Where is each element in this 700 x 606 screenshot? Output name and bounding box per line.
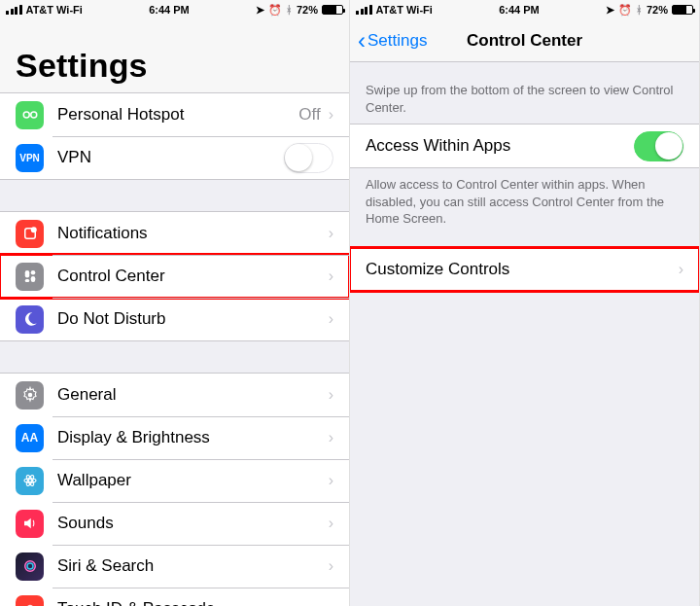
svg-rect-7 [30,276,35,282]
section-footer-text: Allow access to Control Center within ap… [350,168,699,235]
battery-icon [672,5,693,15]
access-within-apps-toggle[interactable] [634,131,683,161]
back-button[interactable]: ‹ Settings [358,27,427,54]
row-sounds[interactable]: Sounds › [0,502,349,545]
svg-point-14 [27,563,33,569]
status-right: ➤ ⏰ ᚼ 72% [256,4,343,17]
chevron-right-icon: › [329,472,333,489]
signal-strength-icon [6,5,22,15]
general-icon [16,381,44,410]
row-label: Notifications [57,224,329,243]
status-bar: AT&T Wi-Fi 6:44 PM ➤ ⏰ ᚼ 72% [0,0,349,19]
row-wallpaper[interactable]: Wallpaper › [0,459,349,502]
chevron-right-icon: › [329,310,333,328]
svg-point-3 [31,228,36,232]
group-customize: Customize Controls › [350,247,699,292]
svg-rect-5 [30,270,35,275]
page-title: Settings [16,47,333,85]
row-customize-controls[interactable]: Customize Controls › [350,248,699,291]
chevron-right-icon: › [329,386,333,404]
row-label: Do Not Disturb [57,309,329,329]
status-left: AT&T Wi-Fi [6,4,83,16]
alarm-icon: ⏰ [268,4,282,17]
row-label: Wallpaper [57,471,329,490]
row-label: Sounds [57,514,329,533]
svg-point-8 [27,393,32,398]
status-bar: AT&T Wi-Fi 6:44 PM ➤ ⏰ ᚼ 72% [350,0,699,19]
row-label: General [57,385,329,405]
clock-label: 6:44 PM [149,4,190,16]
group-access: Access Within Apps [350,124,699,168]
row-siri-search[interactable]: Siri & Search › [0,545,349,588]
settings-group-alerts: Notifications › Control Center › Do Not … [0,211,349,341]
carrier-label: AT&T Wi-Fi [376,4,433,16]
row-do-not-disturb[interactable]: Do Not Disturb › [0,298,349,340]
row-general[interactable]: General › [0,374,349,416]
bluetooth-icon: ᚼ [286,4,293,16]
status-left: AT&T Wi-Fi [356,4,433,16]
alarm-icon: ⏰ [618,4,632,17]
chevron-right-icon: › [329,225,333,242]
chevron-right-icon: › [329,557,333,575]
row-label: Siri & Search [57,556,329,576]
chevron-right-icon: › [329,267,333,285]
chevron-right-icon: › [329,429,333,446]
battery-pct-label: 72% [297,4,318,16]
row-access-within-apps[interactable]: Access Within Apps [350,125,699,167]
signal-strength-icon [356,5,372,15]
battery-pct-label: 72% [647,4,668,16]
display-icon: AA [16,424,44,452]
row-label: Display & Brightness [57,428,329,447]
bluetooth-icon: ᚼ [636,4,643,16]
vpn-icon: VPN [16,144,44,172]
chevron-right-icon: › [679,261,683,278]
row-label: Access Within Apps [366,136,634,156]
row-label: Customize Controls [366,260,679,279]
svg-rect-4 [24,270,29,278]
row-label: Touch ID & Passcode [57,599,329,606]
control-center-icon [16,263,44,291]
siri-icon [16,553,44,581]
dnd-icon [16,305,44,334]
svg-point-1 [30,112,36,118]
large-title-area: Settings [0,19,349,92]
nav-bar: ‹ Settings Control Center [350,19,699,62]
row-touch-id[interactable]: Touch ID & Passcode › [0,588,349,606]
row-vpn[interactable]: VPN VPN [0,136,349,179]
section-header-text: Swipe up from the bottom of the screen t… [350,62,699,124]
svg-point-9 [28,480,31,482]
settings-group-connectivity: Personal Hotspot Off › VPN VPN [0,92,349,180]
touchid-icon [16,595,44,607]
battery-icon [322,5,343,15]
location-icon: ➤ [606,4,614,17]
carrier-label: AT&T Wi-Fi [26,4,83,16]
row-label: Control Center [57,267,329,286]
chevron-right-icon: › [329,106,333,124]
notifications-icon [16,220,44,248]
clock-label: 6:44 PM [499,4,540,16]
settings-root-screen: AT&T Wi-Fi 6:44 PM ➤ ⏰ ᚼ 72% Settings Pe… [0,0,350,606]
settings-group-general: General › AA Display & Brightness › Wall… [0,373,349,606]
hotspot-icon [16,101,44,129]
wallpaper-icon [16,467,44,495]
row-label: VPN [57,148,284,167]
row-label: Personal Hotspot [57,105,298,125]
row-notifications[interactable]: Notifications › [0,212,349,255]
sounds-icon [16,510,44,538]
svg-point-0 [23,112,29,118]
chevron-right-icon: › [329,600,333,606]
svg-rect-6 [24,279,29,282]
back-label: Settings [368,31,427,51]
row-personal-hotspot[interactable]: Personal Hotspot Off › [0,93,349,136]
vpn-toggle[interactable] [284,143,333,173]
chevron-left-icon: ‹ [358,27,366,54]
location-icon: ➤ [256,4,264,17]
control-center-settings-screen: AT&T Wi-Fi 6:44 PM ➤ ⏰ ᚼ 72% ‹ Settings … [350,0,700,606]
row-control-center[interactable]: Control Center › [0,255,349,298]
status-right: ➤ ⏰ ᚼ 72% [606,4,693,17]
row-display-brightness[interactable]: AA Display & Brightness › [0,416,349,459]
chevron-right-icon: › [329,515,333,532]
row-detail: Off [298,105,320,125]
